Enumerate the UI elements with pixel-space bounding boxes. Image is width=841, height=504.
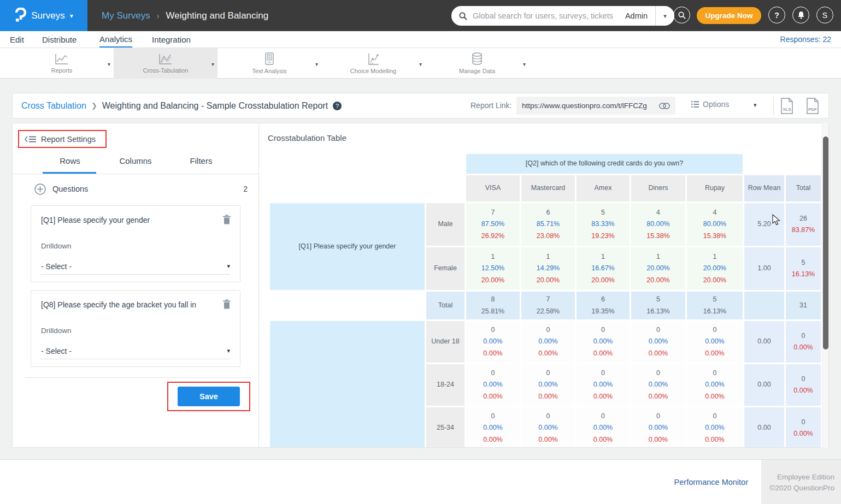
drilldown-select[interactable]: - Select - ▾	[41, 258, 230, 275]
manage-data-caret-icon[interactable]: ▾	[523, 61, 526, 67]
report-body-panel: Report Settings Rows Columns Filters Que…	[12, 123, 829, 448]
toolbar-reports[interactable]: Reports ▾	[10, 48, 114, 79]
brand-surveys-menu[interactable]: Surveys ▾	[0, 0, 87, 31]
reports-caret-icon[interactable]: ▾	[108, 61, 110, 67]
text-analysis-caret-icon[interactable]: ▾	[315, 61, 318, 67]
crosstab-cell: 00.00%0.00%	[521, 321, 575, 363]
tab-filters[interactable]: Filters	[168, 156, 234, 172]
row-mean-header: Row Mean	[744, 175, 784, 201]
delete-question-icon[interactable]	[222, 299, 231, 309]
svg-text:XLS: XLS	[783, 107, 791, 112]
crosstab-cell: 685.71%23.08%	[521, 203, 575, 246]
edition-copyright: ©2020 QuestionPro	[761, 483, 834, 494]
tabs-divider	[13, 174, 258, 174]
row-header: 25-34	[426, 407, 464, 448]
global-search-bar[interactable]: Admin ▾	[451, 6, 674, 26]
crosstab-table: [Q2] which of the following credit cards…	[268, 152, 822, 448]
column-header: Amex	[577, 175, 630, 201]
cross-tab-chart-icon	[158, 53, 173, 65]
crosstab-cell: 516.13%	[687, 292, 743, 319]
questionpro-logo-icon	[14, 8, 26, 24]
crosstab-cell: 00.00%0.00%	[631, 321, 685, 363]
search-scope-caret-icon[interactable]: ▾	[656, 13, 674, 20]
header-spacer	[786, 154, 821, 174]
tab-analytics[interactable]: Analytics	[99, 31, 132, 48]
crosstab-cell: 00.00%0.00%	[687, 364, 743, 406]
notifications-button[interactable]	[792, 7, 809, 23]
options-label: Options	[703, 100, 729, 109]
row-header: 18-24	[426, 364, 464, 406]
tab-edit[interactable]: Edit	[10, 31, 24, 48]
row-total-cell: 31	[786, 292, 821, 319]
row-mean-cell: 1.00	[744, 247, 784, 290]
export-divider	[773, 97, 774, 115]
cross-tabulation-caret-icon[interactable]: ▾	[211, 61, 214, 67]
toolbar-text-analysis[interactable]: Text Analysis ▾	[217, 48, 321, 79]
global-search-input[interactable]	[472, 11, 622, 21]
header-spacer	[270, 154, 464, 174]
brand-caret-icon: ▾	[70, 12, 73, 20]
crosstab-cell: 112.50%20.00%	[466, 247, 520, 290]
search-submit-button[interactable]	[673, 7, 690, 23]
database-icon	[471, 52, 483, 66]
row-mean-cell: 5.20	[744, 203, 784, 246]
add-question-icon[interactable]	[34, 183, 46, 195]
toolbar-cross-tabulation[interactable]: Cross-Tabulation ▾	[114, 48, 217, 79]
delete-question-icon[interactable]	[222, 215, 231, 224]
report-url[interactable]: https://www.questionpro.com/t/lFFCZg	[522, 102, 655, 110]
export-pdf-button[interactable]: PDF	[805, 98, 820, 116]
crosstab-cell: 787.50%26.92%	[466, 203, 520, 246]
toolbar-manage-data[interactable]: Manage Data ▾	[425, 48, 529, 79]
report-header-bar: Cross Tabulation ❯ Weighting and Balanci…	[12, 93, 829, 118]
tab-columns[interactable]: Columns	[103, 156, 168, 172]
choice-modelling-caret-icon[interactable]: ▾	[419, 61, 422, 67]
toolbar-choice-modelling[interactable]: Choice Modelling ▾	[321, 48, 425, 79]
options-caret-icon[interactable]: ▾	[754, 102, 757, 109]
edition-name: Employee Edition	[761, 472, 834, 483]
tab-distribute[interactable]: Distribute	[42, 31, 77, 48]
report-breadcrumb: Cross Tabulation ❯ Weighting and Balanci…	[21, 93, 342, 118]
breadcrumb: My Surveys › Weighting and Balancing	[102, 0, 268, 31]
options-list-icon	[691, 101, 699, 108]
row-header: Male	[426, 203, 464, 246]
line-chart-icon	[55, 53, 69, 65]
vertical-scrollbar[interactable]	[822, 123, 828, 448]
crosstab-cell: 00.00%0.00%	[521, 407, 575, 448]
upgrade-now-button[interactable]: Upgrade Now	[697, 7, 761, 24]
export-xls-button[interactable]: XLS	[780, 98, 794, 116]
cross-tabulation-link[interactable]: Cross Tabulation	[21, 101, 86, 111]
crosstab-cell: 120.00%20.00%	[687, 247, 743, 290]
breadcrumb-my-surveys[interactable]: My Surveys	[102, 10, 150, 21]
survey-nav: Edit Distribute Analytics Integration Re…	[0, 31, 841, 48]
column-header: Rupay	[687, 175, 743, 201]
breadcrumb-separator-icon: ›	[157, 11, 160, 20]
column-header: VISA	[466, 175, 520, 201]
row-total-cell: 00.00%	[786, 321, 821, 363]
crosstab-cell: 516.13%	[631, 292, 685, 319]
column-question-banner: [Q2] which of the following credit cards…	[466, 154, 743, 174]
column-header: Diners	[631, 175, 685, 201]
help-button[interactable]: ?	[768, 7, 785, 23]
drilldown-select[interactable]: - Select - ▾	[41, 343, 230, 359]
chevron-right-icon: ❯	[91, 102, 97, 110]
question-text: [Q1] Please specify your gender	[41, 216, 210, 224]
performance-monitor-link[interactable]: Performance Monitor	[674, 478, 748, 487]
report-link-box[interactable]: https://www.questionpro.com/t/lFFCZg	[516, 97, 675, 115]
tab-rows[interactable]: Rows	[37, 156, 103, 172]
header-spacer	[744, 154, 784, 174]
row-total-cell: 2683.87%	[786, 203, 821, 246]
save-button[interactable]: Save	[178, 387, 240, 406]
crosstab-cell: 480.00%15.38%	[687, 203, 743, 246]
report-settings-toggle[interactable]: Report Settings	[18, 130, 107, 148]
pdf-file-icon: PDF	[805, 98, 820, 114]
breadcrumb-current-survey: Weighting and Balancing	[166, 10, 268, 21]
search-scope-label: Admin	[622, 11, 655, 20]
scrollbar-thumb[interactable]	[823, 137, 828, 349]
row-header: Under 18	[426, 321, 464, 363]
options-button[interactable]: Options	[691, 100, 729, 109]
choice-model-icon	[367, 52, 380, 66]
tab-integration[interactable]: Integration	[152, 31, 191, 48]
report-help-icon[interactable]: ?	[333, 102, 342, 110]
report-settings-label: Report Settings	[41, 135, 96, 144]
avatar[interactable]: S	[816, 7, 833, 23]
